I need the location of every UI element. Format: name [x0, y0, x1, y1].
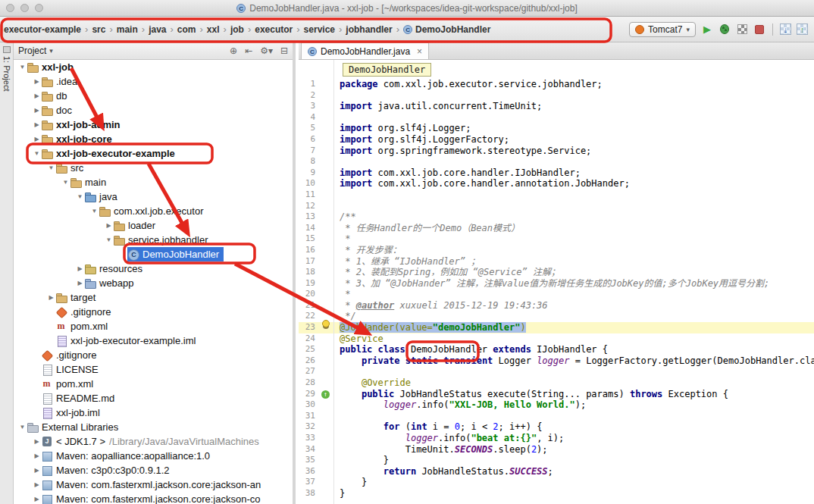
collapsed-arrow-icon[interactable]: ▶ [76, 280, 84, 286]
tree-row[interactable]: ▼service.jobhandler [14, 233, 293, 247]
code-line[interactable]: 16 * 开发步骤： [299, 245, 814, 256]
code-line[interactable]: 17 * 1、继承 “IJobHandler” ； [299, 256, 814, 268]
tree-item[interactable]: Maven: com.fasterxml.jackson.core:jackso… [41, 492, 260, 504]
tree-item[interactable]: com.xxl.job.executor [99, 204, 204, 218]
tree-item[interactable]: target [55, 290, 95, 305]
tree-row[interactable]: ▼com.xxl.job.executor [14, 204, 293, 218]
code-line[interactable]: 22 */ [299, 311, 814, 322]
tree-item[interactable]: External Libraries [27, 420, 118, 434]
override-marker-icon[interactable]: ↑ [321, 390, 330, 399]
collapsed-arrow-icon[interactable]: ▶ [33, 452, 41, 459]
code-line[interactable]: 19 * 3、加 “@JobHander” 注解，注解value值为新增任务生成… [299, 278, 814, 290]
tree-item[interactable]: LICENSE [41, 362, 99, 377]
tree-item[interactable]: < JDK1.7 >/Library/Java/JavaVirtualMachi… [41, 434, 259, 449]
code-line[interactable]: 2 [299, 90, 814, 102]
tree-item[interactable]: xxl-job.iml [41, 405, 100, 420]
tree-row[interactable]: ▼main [14, 175, 293, 189]
tree-item[interactable]: xxl-job-core [41, 132, 112, 146]
expanded-arrow-icon[interactable]: ▼ [105, 236, 113, 243]
tree-row[interactable]: ▶doc [14, 103, 293, 117]
tree-item[interactable]: xxl-job-executor-example [41, 146, 175, 161]
tree-item[interactable]: Maven: com.fasterxml.jackson.core:jackso… [41, 477, 261, 492]
code-line[interactable]: 30 logger.info("XXL-JOB, Hello World."); [299, 399, 814, 411]
code-line[interactable]: 3import java.util.concurrent.TimeUnit; [299, 101, 814, 112]
tree-item[interactable]: .gitignore [41, 348, 96, 362]
tree-row[interactable]: .gitignore [14, 305, 293, 319]
code-line[interactable]: 15 * [299, 233, 814, 245]
code-line[interactable]: 10import com.xxl.job.core.handler.annota… [299, 178, 814, 189]
breadcrumb-item[interactable]: main [116, 23, 139, 36]
vcs-update-button[interactable]: ↓ [780, 23, 791, 35]
code-line[interactable]: 4 [299, 112, 814, 124]
debug-button[interactable] [719, 23, 731, 36]
breadcrumb-item[interactable]: jobhandler [345, 23, 393, 36]
zoom-window-button[interactable] [35, 4, 43, 12]
collapsed-arrow-icon[interactable]: ▶ [47, 294, 55, 301]
breadcrumb-item[interactable]: job [230, 23, 245, 36]
breadcrumb-item[interactable]: executor-example [3, 23, 82, 36]
code-line[interactable]: 25public class DemoJobHandler extends IJ… [299, 344, 814, 355]
tree-row[interactable]: ▶loader [14, 218, 293, 233]
tree-row[interactable]: ▶db [14, 89, 293, 103]
tree-item[interactable]: .idea [41, 74, 77, 89]
tree-row[interactable]: ▶target [14, 290, 293, 305]
tree-row[interactable]: pom.xml [14, 319, 293, 333]
tree-row[interactable]: ▶xxl-job-core [14, 132, 293, 146]
code-line[interactable]: 11 [299, 189, 814, 201]
breadcrumb-item[interactable]: src [91, 23, 106, 36]
code-line[interactable]: 37 } [299, 477, 814, 488]
tree-row[interactable]: ▼External Libraries [14, 420, 293, 434]
collapsed-arrow-icon[interactable]: ▶ [33, 92, 41, 99]
breadcrumb-item[interactable]: xxl [206, 23, 221, 36]
code-line[interactable]: 20 * [299, 289, 814, 300]
breadcrumb-item[interactable]: java [148, 23, 167, 36]
editor-tab[interactable]: C DemoJobHandler.java × [301, 42, 429, 59]
tree-row[interactable]: ▶Maven: com.fasterxml.jackson.core:jacks… [14, 492, 293, 504]
project-panel-title[interactable]: Project ▾ [18, 45, 53, 56]
code-line[interactable]: 1package com.xxl.job.executor.service.jo… [299, 79, 814, 90]
tree-item[interactable]: resources [84, 261, 142, 276]
code-line[interactable]: 18 * 2、装配到Spring，例如加 “@Service” 注解； [299, 267, 814, 278]
tree-row[interactable]: ▶Maven: com.fasterxml.jackson.core:jacks… [14, 477, 293, 492]
tree-row[interactable]: pom.xml [14, 377, 293, 391]
code-line[interactable]: 7import org.springframework.stereotype.S… [299, 146, 814, 157]
collapsed-arrow-icon[interactable]: ▶ [33, 136, 41, 142]
tree-item[interactable]: webapp [84, 276, 134, 290]
vcs-commit-button[interactable]: ↑ [797, 23, 808, 35]
expanded-arrow-icon[interactable]: ▼ [47, 164, 55, 171]
expanded-arrow-icon[interactable]: ▼ [90, 208, 99, 214]
tree-row[interactable]: xxl-job.iml [14, 405, 293, 420]
close-window-button[interactable] [6, 4, 14, 12]
code-line[interactable]: 21 * @author xuxueli 2015-12-19 19:43:36 [299, 300, 814, 311]
tree-row[interactable]: ▼src [14, 161, 293, 175]
code-line[interactable]: 8 [299, 156, 814, 167]
tree-item[interactable]: README.md [41, 391, 114, 405]
collapsed-arrow-icon[interactable]: ▶ [105, 222, 113, 229]
code-line[interactable]: 14 * 任务Handler的一个Demo（Bean模式） [299, 223, 814, 234]
run-button[interactable]: ▶ [701, 23, 713, 36]
scroll-from-source-icon[interactable]: ⊕ [230, 45, 237, 56]
breadcrumb-item[interactable]: CDemoJobHandler [402, 23, 491, 36]
tree-item[interactable]: xxl-job [27, 60, 74, 74]
collapsed-arrow-icon[interactable]: ▶ [33, 496, 41, 502]
code-line[interactable]: 31 [299, 411, 814, 422]
code-line[interactable]: 23@JobHander(value="demoJobHandler") [299, 322, 814, 333]
expanded-arrow-icon[interactable]: ▼ [18, 424, 27, 430]
tree-item[interactable]: service.jobhandler [113, 233, 208, 247]
tree-item[interactable]: xxl-job-admin [41, 117, 121, 132]
tree-row[interactable]: ▶resources [14, 261, 293, 276]
tree-row[interactable]: ▶webapp [14, 276, 293, 290]
collapsed-arrow-icon[interactable]: ▶ [33, 121, 41, 128]
code-line[interactable]: 35 } [299, 455, 814, 466]
code-line[interactable]: 6import org.slf4j.LoggerFactory; [299, 134, 814, 146]
code-line[interactable]: 24@Service [299, 333, 814, 345]
tree-row[interactable]: ▼xxl-job-executor-example [14, 146, 293, 161]
tree-row[interactable]: ▶Maven: c3p0:c3p0:0.9.1.2 [14, 463, 293, 477]
tree-item[interactable]: xxl-job-executor-example.iml [55, 333, 196, 348]
tree-item[interactable]: java [84, 189, 117, 204]
collapsed-arrow-icon[interactable]: ▶ [33, 438, 41, 445]
tree-item[interactable]: Maven: c3p0:c3p0:0.9.1.2 [41, 463, 170, 477]
tree-row[interactable]: ▶xxl-job-admin [14, 117, 293, 132]
tree-item[interactable]: pom.xml [55, 319, 108, 333]
tree-item[interactable]: .gitignore [55, 305, 111, 319]
